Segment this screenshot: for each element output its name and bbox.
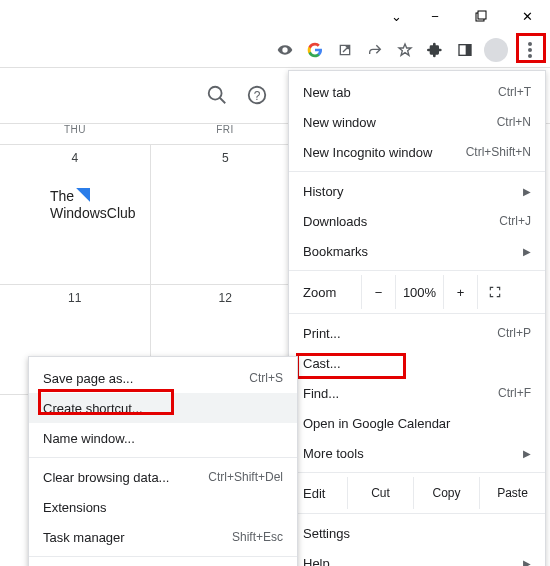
menu-separator (29, 457, 297, 458)
svg-text:?: ? (254, 88, 261, 102)
search-icon[interactable] (206, 84, 230, 108)
submenu-extensions[interactable]: Extensions (29, 492, 297, 522)
menu-more-tools[interactable]: More tools▶ (289, 438, 545, 468)
day-header: THU (0, 124, 150, 144)
edit-cut-button[interactable]: Cut (347, 477, 413, 509)
menu-print[interactable]: Print...Ctrl+P (289, 318, 545, 348)
chevron-right-icon: ▶ (523, 246, 531, 257)
day-header: FRI (150, 124, 300, 144)
kebab-menu-button[interactable] (516, 36, 544, 64)
close-button[interactable]: ✕ (504, 0, 550, 32)
menu-zoom: Zoom − 100% + (289, 275, 545, 309)
maximize-button[interactable] (458, 0, 504, 32)
menu-help[interactable]: Help▶ (289, 548, 545, 566)
chevron-right-icon: ▶ (523, 448, 531, 459)
submenu-clear-data[interactable]: Clear browsing data...Ctrl+Shift+Del (29, 462, 297, 492)
menu-separator (289, 313, 545, 314)
profile-avatar[interactable] (484, 38, 508, 62)
menu-downloads[interactable]: DownloadsCtrl+J (289, 206, 545, 236)
menu-new-tab[interactable]: New tabCtrl+T (289, 77, 545, 107)
menu-cast[interactable]: Cast... (289, 348, 545, 378)
more-tools-submenu: Save page as...Ctrl+S Create shortcut...… (28, 356, 298, 566)
svg-rect-1 (478, 11, 486, 19)
edit-paste-button[interactable]: Paste (479, 477, 545, 509)
zoom-out-button[interactable]: − (361, 275, 395, 309)
tab-list-chevron[interactable]: ⌄ (380, 0, 412, 32)
menu-separator (29, 556, 297, 557)
watermark-logo: The WindowsClub (50, 188, 136, 222)
submenu-name-window[interactable]: Name window... (29, 423, 297, 453)
menu-history[interactable]: History▶ (289, 176, 545, 206)
window-controls: ⌄ − ✕ (380, 0, 550, 32)
menu-bookmarks[interactable]: Bookmarks▶ (289, 236, 545, 266)
menu-edit-row: Edit Cut Copy Paste (289, 477, 545, 509)
submenu-save-page[interactable]: Save page as...Ctrl+S (29, 363, 297, 393)
zoom-in-button[interactable]: + (443, 275, 477, 309)
svg-point-4 (528, 42, 532, 46)
share-icon[interactable] (364, 39, 386, 61)
svg-point-7 (209, 86, 222, 99)
edit-label: Edit (303, 486, 347, 501)
fullscreen-button[interactable] (477, 275, 511, 309)
chevron-right-icon: ▶ (523, 186, 531, 197)
extensions-icon[interactable] (424, 39, 446, 61)
submenu-create-shortcut[interactable]: Create shortcut... (29, 393, 297, 423)
help-icon[interactable]: ? (246, 84, 270, 108)
sidepanel-icon[interactable] (454, 39, 476, 61)
eye-icon[interactable] (274, 39, 296, 61)
chevron-right-icon: ▶ (523, 558, 531, 567)
zoom-value: 100% (395, 275, 443, 309)
menu-settings[interactable]: Settings (289, 518, 545, 548)
svg-point-6 (528, 54, 532, 58)
bookmark-star-icon[interactable] (394, 39, 416, 61)
menu-separator (289, 171, 545, 172)
browser-toolbar (0, 32, 550, 68)
minimize-button[interactable]: − (412, 0, 458, 32)
svg-rect-3 (466, 44, 471, 55)
edit-copy-button[interactable]: Copy (413, 477, 479, 509)
menu-find[interactable]: Find...Ctrl+F (289, 378, 545, 408)
menu-separator (289, 472, 545, 473)
google-icon[interactable] (304, 39, 326, 61)
svg-point-5 (528, 48, 532, 52)
menu-separator (289, 513, 545, 514)
submenu-task-manager[interactable]: Task managerShift+Esc (29, 522, 297, 552)
submenu-dev-tools[interactable]: Developer toolsCtrl+Shift+I (29, 561, 297, 566)
menu-open-in-calendar[interactable]: Open in Google Calendar (289, 408, 545, 438)
zoom-label: Zoom (303, 285, 361, 300)
calendar-cell[interactable]: 5 (151, 145, 301, 284)
menu-new-window[interactable]: New windowCtrl+N (289, 107, 545, 137)
svg-line-8 (220, 97, 226, 103)
menu-incognito[interactable]: New Incognito windowCtrl+Shift+N (289, 137, 545, 167)
chrome-main-menu: New tabCtrl+T New windowCtrl+N New Incog… (288, 70, 546, 566)
menu-separator (289, 270, 545, 271)
open-external-icon[interactable] (334, 39, 356, 61)
